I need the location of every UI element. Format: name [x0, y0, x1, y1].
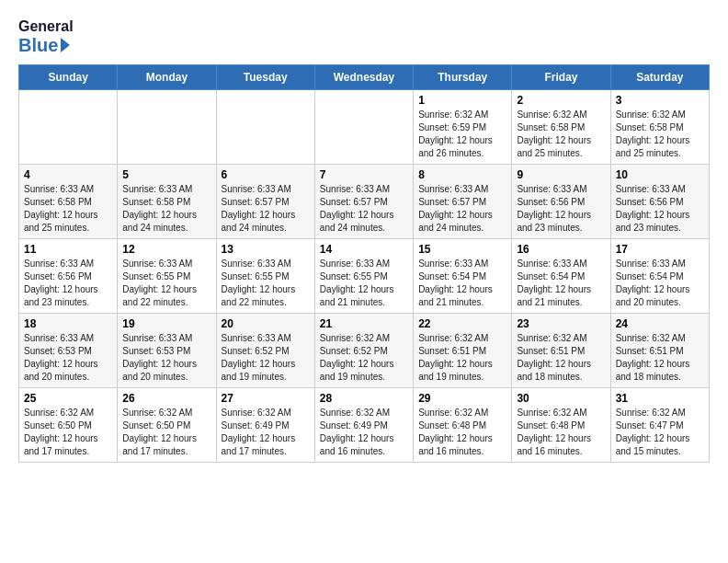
day-info: Sunrise: 6:33 AM Sunset: 6:55 PM Dayligh… — [122, 258, 210, 309]
day-info: Sunrise: 6:32 AM Sunset: 6:50 PM Dayligh… — [122, 407, 210, 458]
calendar-cell: 17Sunrise: 6:33 AM Sunset: 6:54 PM Dayli… — [610, 238, 709, 313]
day-header-saturday: Saturday — [610, 64, 709, 89]
logo-general: General — [18, 18, 74, 35]
day-info: Sunrise: 6:33 AM Sunset: 6:58 PM Dayligh… — [122, 183, 210, 235]
day-number: 17 — [616, 243, 704, 256]
day-number: 2 — [517, 94, 605, 107]
calendar-cell: 26Sunrise: 6:32 AM Sunset: 6:50 PM Dayli… — [118, 387, 216, 462]
calendar-cell: 22Sunrise: 6:32 AM Sunset: 6:51 PM Dayli… — [414, 313, 512, 387]
week-row-5: 25Sunrise: 6:32 AM Sunset: 6:50 PM Dayli… — [19, 387, 710, 462]
day-number: 5 — [122, 168, 210, 181]
calendar-cell: 24Sunrise: 6:32 AM Sunset: 6:51 PM Dayli… — [610, 313, 709, 387]
calendar-cell — [118, 89, 216, 164]
calendar-cell: 19Sunrise: 6:33 AM Sunset: 6:53 PM Dayli… — [118, 313, 216, 387]
day-number: 13 — [222, 243, 310, 256]
week-row-2: 4Sunrise: 6:33 AM Sunset: 6:58 PM Daylig… — [19, 164, 710, 238]
calendar-cell: 4Sunrise: 6:33 AM Sunset: 6:58 PM Daylig… — [19, 164, 118, 238]
calendar-cell: 2Sunrise: 6:32 AM Sunset: 6:58 PM Daylig… — [512, 89, 610, 164]
day-number: 31 — [616, 392, 704, 405]
day-info: Sunrise: 6:33 AM Sunset: 6:56 PM Dayligh… — [24, 258, 112, 309]
day-info: Sunrise: 6:32 AM Sunset: 6:49 PM Dayligh… — [222, 407, 310, 458]
day-number: 18 — [24, 317, 112, 330]
day-number: 6 — [222, 168, 310, 181]
day-number: 15 — [418, 243, 506, 256]
day-number: 23 — [517, 317, 605, 330]
day-number: 19 — [122, 317, 210, 330]
day-number: 21 — [320, 317, 408, 330]
day-info: Sunrise: 6:33 AM Sunset: 6:55 PM Dayligh… — [222, 258, 310, 309]
day-header-tuesday: Tuesday — [216, 64, 314, 89]
calendar-cell: 15Sunrise: 6:33 AM Sunset: 6:54 PM Dayli… — [414, 238, 512, 313]
day-info: Sunrise: 6:32 AM Sunset: 6:59 PM Dayligh… — [418, 109, 506, 160]
day-number: 22 — [418, 317, 506, 330]
day-number: 7 — [320, 168, 408, 181]
day-number: 12 — [122, 243, 210, 256]
day-number: 11 — [24, 243, 112, 256]
day-info: Sunrise: 6:33 AM Sunset: 6:54 PM Dayligh… — [616, 258, 704, 309]
calendar-cell: 8Sunrise: 6:33 AM Sunset: 6:57 PM Daylig… — [414, 164, 512, 238]
calendar-cell — [216, 89, 314, 164]
logo-arrow-icon — [61, 38, 70, 52]
page-header: General Blue — [18, 18, 710, 55]
calendar-cell: 20Sunrise: 6:33 AM Sunset: 6:52 PM Dayli… — [216, 313, 314, 387]
calendar-cell: 14Sunrise: 6:33 AM Sunset: 6:55 PM Dayli… — [314, 238, 413, 313]
day-number: 16 — [517, 243, 605, 256]
day-header-monday: Monday — [118, 64, 216, 89]
calendar-cell — [19, 89, 118, 164]
day-info: Sunrise: 6:33 AM Sunset: 6:53 PM Dayligh… — [24, 332, 112, 384]
calendar-table: SundayMondayTuesdayWednesdayThursdayFrid… — [18, 64, 710, 463]
calendar-cell: 10Sunrise: 6:33 AM Sunset: 6:56 PM Dayli… — [610, 164, 709, 238]
day-info: Sunrise: 6:32 AM Sunset: 6:58 PM Dayligh… — [616, 109, 704, 160]
day-info: Sunrise: 6:32 AM Sunset: 6:58 PM Dayligh… — [517, 109, 605, 160]
day-info: Sunrise: 6:33 AM Sunset: 6:52 PM Dayligh… — [222, 332, 310, 384]
day-number: 29 — [418, 392, 506, 405]
logo-blue: Blue — [18, 35, 74, 55]
day-info: Sunrise: 6:33 AM Sunset: 6:54 PM Dayligh… — [517, 258, 605, 309]
day-info: Sunrise: 6:33 AM Sunset: 6:55 PM Dayligh… — [320, 258, 408, 309]
calendar-cell: 21Sunrise: 6:32 AM Sunset: 6:52 PM Dayli… — [314, 313, 413, 387]
calendar-cell: 23Sunrise: 6:32 AM Sunset: 6:51 PM Dayli… — [512, 313, 610, 387]
day-info: Sunrise: 6:32 AM Sunset: 6:47 PM Dayligh… — [616, 407, 704, 458]
logo-wordmark: General Blue — [18, 18, 74, 55]
day-number: 27 — [222, 392, 310, 405]
calendar-cell: 5Sunrise: 6:33 AM Sunset: 6:58 PM Daylig… — [118, 164, 216, 238]
calendar-cell: 29Sunrise: 6:32 AM Sunset: 6:48 PM Dayli… — [414, 387, 512, 462]
calendar-cell: 7Sunrise: 6:33 AM Sunset: 6:57 PM Daylig… — [314, 164, 413, 238]
day-info: Sunrise: 6:33 AM Sunset: 6:56 PM Dayligh… — [616, 183, 704, 235]
day-info: Sunrise: 6:32 AM Sunset: 6:48 PM Dayligh… — [418, 407, 506, 458]
day-info: Sunrise: 6:33 AM Sunset: 6:57 PM Dayligh… — [222, 183, 310, 235]
day-number: 8 — [418, 168, 506, 181]
week-row-3: 11Sunrise: 6:33 AM Sunset: 6:56 PM Dayli… — [19, 238, 710, 313]
day-number: 9 — [517, 168, 605, 181]
day-info: Sunrise: 6:33 AM Sunset: 6:57 PM Dayligh… — [418, 183, 506, 235]
calendar-cell: 11Sunrise: 6:33 AM Sunset: 6:56 PM Dayli… — [19, 238, 118, 313]
day-info: Sunrise: 6:33 AM Sunset: 6:54 PM Dayligh… — [418, 258, 506, 309]
day-header-sunday: Sunday — [19, 64, 118, 89]
day-info: Sunrise: 6:32 AM Sunset: 6:48 PM Dayligh… — [517, 407, 605, 458]
day-info: Sunrise: 6:33 AM Sunset: 6:58 PM Dayligh… — [24, 183, 112, 235]
calendar-cell: 9Sunrise: 6:33 AM Sunset: 6:56 PM Daylig… — [512, 164, 610, 238]
calendar-cell: 27Sunrise: 6:32 AM Sunset: 6:49 PM Dayli… — [216, 387, 314, 462]
day-info: Sunrise: 6:32 AM Sunset: 6:51 PM Dayligh… — [616, 332, 704, 384]
day-info: Sunrise: 6:33 AM Sunset: 6:53 PM Dayligh… — [122, 332, 210, 384]
calendar-cell: 13Sunrise: 6:33 AM Sunset: 6:55 PM Dayli… — [216, 238, 314, 313]
calendar-cell: 28Sunrise: 6:32 AM Sunset: 6:49 PM Dayli… — [314, 387, 413, 462]
day-info: Sunrise: 6:32 AM Sunset: 6:52 PM Dayligh… — [320, 332, 408, 384]
calendar-cell — [314, 89, 413, 164]
day-info: Sunrise: 6:33 AM Sunset: 6:57 PM Dayligh… — [320, 183, 408, 235]
week-row-4: 18Sunrise: 6:33 AM Sunset: 6:53 PM Dayli… — [19, 313, 710, 387]
day-number: 26 — [122, 392, 210, 405]
calendar-cell: 1Sunrise: 6:32 AM Sunset: 6:59 PM Daylig… — [414, 89, 512, 164]
day-info: Sunrise: 6:32 AM Sunset: 6:50 PM Dayligh… — [24, 407, 112, 458]
calendar-cell: 6Sunrise: 6:33 AM Sunset: 6:57 PM Daylig… — [216, 164, 314, 238]
day-number: 3 — [616, 94, 704, 107]
calendar-cell: 3Sunrise: 6:32 AM Sunset: 6:58 PM Daylig… — [610, 89, 709, 164]
days-header-row: SundayMondayTuesdayWednesdayThursdayFrid… — [19, 64, 710, 89]
day-header-friday: Friday — [512, 64, 610, 89]
day-number: 28 — [320, 392, 408, 405]
day-info: Sunrise: 6:32 AM Sunset: 6:49 PM Dayligh… — [320, 407, 408, 458]
day-info: Sunrise: 6:33 AM Sunset: 6:56 PM Dayligh… — [517, 183, 605, 235]
day-number: 25 — [24, 392, 112, 405]
logo: General Blue — [18, 18, 74, 55]
day-number: 1 — [418, 94, 506, 107]
